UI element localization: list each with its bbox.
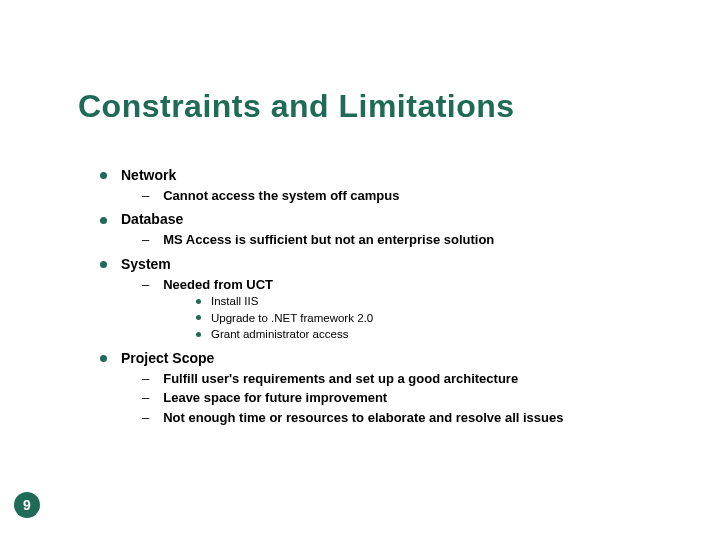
page-number: 9: [14, 492, 40, 518]
bullet-database: Database: [100, 210, 690, 229]
dash-icon: –: [142, 188, 149, 203]
sub-sub-bullet-label: Upgrade to .NET framework 2.0: [211, 312, 373, 324]
sub-bullet: –Fulfill user's requirements and set up …: [142, 370, 690, 388]
sub-bullet-label: Needed from UCT: [163, 277, 273, 292]
sub-sub-bullet: Grant administrator access: [196, 327, 690, 343]
sub-sub-bullet: Install IIS: [196, 294, 690, 310]
dash-icon: –: [142, 390, 149, 405]
sub-bullet-label: Fulfill user's requirements and set up a…: [163, 371, 518, 386]
slide-content: Network –Cannot access the system off ca…: [100, 160, 690, 426]
sub-bullet-label: Cannot access the system off campus: [163, 188, 399, 203]
bullet-label: System: [121, 256, 171, 272]
bullet-system: System: [100, 255, 690, 274]
bullet-label: Network: [121, 167, 176, 183]
sub-sub-bullet: Upgrade to .NET framework 2.0: [196, 311, 690, 327]
dash-icon: –: [142, 410, 149, 425]
sub-bullet-label: Leave space for future improvement: [163, 390, 387, 405]
dash-icon: –: [142, 277, 149, 292]
bullet-label: Database: [121, 211, 183, 227]
sub-bullet: –MS Access is sufficient but not an ente…: [142, 231, 690, 249]
dash-icon: –: [142, 232, 149, 247]
sub-sub-bullet-label: Install IIS: [211, 295, 258, 307]
bullet-icon: [100, 355, 107, 362]
sub-bullet: –Cannot access the system off campus: [142, 187, 690, 205]
slide-title: Constraints and Limitations: [78, 88, 515, 125]
sub-bullet: –Needed from UCT: [142, 276, 690, 294]
bullet-project-scope: Project Scope: [100, 349, 690, 368]
bullet-icon: [100, 261, 107, 268]
bullet-icon: [196, 299, 201, 304]
bullet-icon: [100, 217, 107, 224]
bullet-network: Network: [100, 166, 690, 185]
sub-bullet: –Not enough time or resources to elabora…: [142, 409, 690, 427]
bullet-icon: [100, 172, 107, 179]
bullet-label: Project Scope: [121, 350, 214, 366]
sub-sub-bullet-label: Grant administrator access: [211, 328, 348, 340]
dash-icon: –: [142, 371, 149, 386]
bullet-icon: [196, 315, 201, 320]
sub-bullet: –Leave space for future improvement: [142, 389, 690, 407]
sub-bullet-label: MS Access is sufficient but not an enter…: [163, 232, 494, 247]
bullet-icon: [196, 332, 201, 337]
sub-bullet-label: Not enough time or resources to elaborat…: [163, 410, 563, 425]
